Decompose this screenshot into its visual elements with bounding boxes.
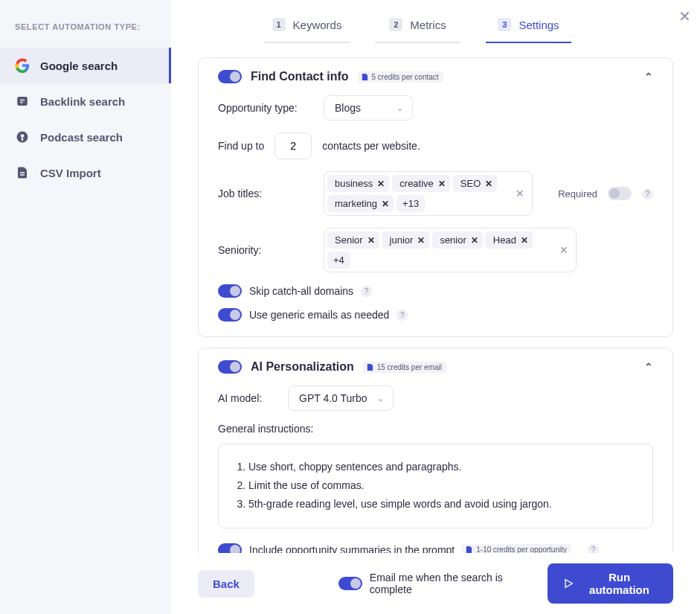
svg-rect-7: [20, 174, 25, 176]
instructions-box[interactable]: Use short, choppy sentences and paragrap…: [218, 444, 653, 528]
ai-model-select[interactable]: GPT 4.0 Turbo ⌄: [288, 386, 394, 411]
ai-personalization-card: AI Personalization 15 credits per email …: [198, 348, 673, 553]
tag-marketing[interactable]: marketing✕: [327, 195, 394, 212]
generic-emails-toggle[interactable]: [218, 308, 242, 322]
credit-icon: [366, 363, 374, 371]
svg-point-4: [21, 134, 25, 138]
find-contact-credits: 5 credits per contact: [358, 71, 443, 83]
back-button[interactable]: Back: [198, 570, 254, 598]
tab-label: Keywords: [293, 19, 342, 31]
tab-label: Metrics: [410, 19, 446, 31]
clear-seniority-icon[interactable]: ✕: [559, 244, 568, 256]
tag-head[interactable]: Head✕: [486, 231, 533, 249]
csv-icon: [15, 165, 30, 180]
help-icon[interactable]: ?: [642, 188, 653, 199]
tabs: 1 Keywords 2 Metrics 3 Settings: [171, 0, 700, 44]
svg-rect-2: [20, 102, 23, 103]
tag-junior[interactable]: junior✕: [382, 231, 430, 249]
google-icon: [15, 58, 30, 73]
find-contact-header: Find Contact info 5 credits per contact …: [199, 58, 672, 95]
find-up-to-pre: Find up to: [218, 140, 264, 152]
play-icon: [562, 578, 574, 589]
remove-icon[interactable]: ✕: [417, 235, 425, 246]
remove-icon[interactable]: ✕: [521, 235, 528, 246]
job-titles-field[interactable]: business✕ creative✕ SEO✕ marketing✕ +13 …: [324, 171, 533, 216]
skip-catchall-toggle[interactable]: [218, 284, 242, 298]
sidebar-heading: SELECT AUTOMATION TYPE:: [0, 22, 171, 48]
ai-model-label: AI model:: [218, 392, 277, 404]
sidebar-item-podcast-search[interactable]: Podcast search: [0, 119, 171, 155]
close-icon[interactable]: ✕: [678, 7, 691, 25]
contacts-per-website-input[interactable]: [274, 132, 312, 159]
ai-title: AI Personalization: [251, 360, 354, 374]
tag-creative[interactable]: creative✕: [392, 175, 450, 192]
run-automation-button[interactable]: Run automation: [548, 563, 673, 604]
email-me-toggle[interactable]: [338, 577, 362, 590]
tag-seo[interactable]: SEO✕: [453, 175, 497, 192]
sidebar-item-label: Podcast search: [40, 131, 123, 144]
tab-num-1: 1: [272, 18, 286, 31]
sidebar-item-label: CSV Import: [40, 167, 101, 179]
find-up-to-post: contacts per website.: [322, 140, 420, 152]
remove-icon[interactable]: ✕: [438, 179, 446, 189]
seniority-label: Seniority:: [218, 244, 313, 256]
ai-personalization-header: AI Personalization 15 credits per email …: [199, 348, 672, 386]
remove-icon[interactable]: ✕: [471, 235, 478, 246]
instruction-item: 5th-grade reading level, use simple word…: [248, 495, 636, 514]
chevron-down-icon: ⌄: [377, 394, 384, 403]
credit-icon: [465, 546, 473, 553]
content: Find Contact info 5 credits per contact …: [171, 44, 700, 553]
include-summaries-toggle[interactable]: [218, 543, 242, 553]
generic-emails-label: Use generic emails as needed: [249, 309, 389, 321]
tab-num-3: 3: [498, 18, 511, 31]
tag-business[interactable]: business✕: [327, 175, 389, 192]
help-icon[interactable]: ?: [396, 310, 408, 321]
remove-icon[interactable]: ✕: [485, 179, 492, 189]
tab-num-2: 2: [389, 18, 402, 31]
backlink-icon: [15, 94, 30, 109]
sidebar-item-label: Google search: [40, 60, 118, 72]
tag-senior-lc[interactable]: senior✕: [432, 231, 482, 249]
ai-toggle[interactable]: [218, 360, 242, 374]
skip-catchall-label: Skip catch-all domains: [249, 285, 353, 297]
svg-rect-0: [17, 97, 28, 106]
instruction-item: Limit the use of commas.: [248, 476, 636, 495]
sidebar-item-csv-import[interactable]: CSV Import: [0, 155, 171, 191]
find-contact-title: Find Contact info: [251, 70, 349, 83]
help-icon[interactable]: ?: [588, 544, 599, 553]
instruction-item: Use short, choppy sentences and paragrap…: [248, 458, 636, 476]
tab-metrics[interactable]: 2 Metrics: [375, 18, 460, 43]
remove-icon[interactable]: ✕: [377, 179, 385, 189]
remove-icon[interactable]: ✕: [367, 235, 375, 246]
opportunity-type-select[interactable]: Blogs ⌄: [324, 95, 413, 121]
include-summaries-credits: 1-10 credits per opportunity: [462, 544, 571, 553]
svg-rect-1: [20, 100, 25, 101]
credit-icon: [361, 73, 369, 81]
include-summaries-label: Include opportunity summaries in the pro…: [249, 544, 455, 553]
email-me-row: Email me when the search is complete: [338, 572, 534, 595]
svg-rect-5: [22, 138, 23, 141]
find-contact-toggle[interactable]: [218, 70, 242, 83]
tag-more-seniority[interactable]: +4: [327, 252, 350, 269]
help-icon[interactable]: ?: [361, 286, 372, 297]
instructions-label: General instructions:: [218, 423, 653, 435]
sidebar-item-backlink-search[interactable]: Backlink search: [0, 83, 171, 119]
chevron-up-icon[interactable]: ⌃: [644, 361, 653, 373]
required-label: Required: [558, 188, 597, 199]
sidebar: SELECT AUTOMATION TYPE: Google search Ba…: [0, 0, 171, 614]
svg-marker-8: [565, 580, 572, 588]
chevron-up-icon[interactable]: ⌃: [644, 71, 653, 83]
tab-settings[interactable]: 3 Settings: [486, 18, 571, 43]
tag-senior[interactable]: Senior✕: [327, 231, 379, 249]
find-contact-card: Find Contact info 5 credits per contact …: [198, 57, 673, 337]
remove-icon[interactable]: ✕: [382, 199, 389, 209]
tag-more-job-titles[interactable]: +13: [396, 195, 425, 212]
seniority-field[interactable]: Senior✕ junior✕ senior✕ Head✕ +4 ✕: [324, 228, 577, 272]
clear-job-titles-icon[interactable]: ✕: [516, 188, 524, 199]
opportunity-type-label: Opportunity type:: [218, 102, 313, 114]
required-toggle[interactable]: [608, 187, 632, 200]
email-me-label: Email me when the search is complete: [370, 572, 534, 595]
ai-credits: 15 credits per email: [363, 362, 446, 373]
sidebar-item-google-search[interactable]: Google search: [0, 48, 171, 83]
tab-keywords[interactable]: 1 Keywords: [264, 18, 350, 43]
